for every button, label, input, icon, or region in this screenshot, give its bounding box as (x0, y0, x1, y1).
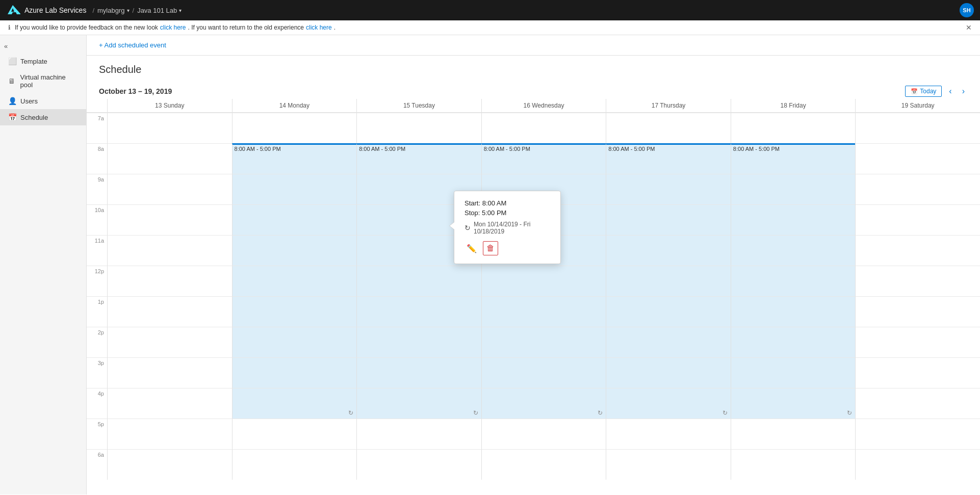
day-cell-row7-col4[interactable] (606, 327, 731, 357)
day-cell-row4-col1[interactable] (232, 235, 357, 266)
next-week-button[interactable]: › (959, 86, 968, 97)
day-cell-row5-col0[interactable] (107, 266, 232, 296)
feedback-link2[interactable]: click here (306, 24, 332, 31)
day-cell-row9-col3[interactable]: ↻ (481, 388, 606, 419)
day-cell-row4-col4[interactable] (606, 235, 731, 266)
day-cell-row1-col3[interactable]: 8:00 AM - 5:00 PM (481, 143, 606, 174)
popup-delete-button[interactable]: 🗑 (483, 241, 498, 255)
sidebar-collapse-button[interactable]: « (0, 39, 86, 53)
day-cell-row8-col2[interactable] (356, 357, 481, 388)
time-label-4p: 4p (87, 388, 107, 419)
prev-week-button[interactable]: ‹ (946, 86, 955, 97)
day-cell-row3-col0[interactable] (107, 204, 232, 235)
day-cell-row1-col2[interactable]: 8:00 AM - 5:00 PM (356, 143, 481, 174)
sidebar-item-schedule[interactable]: 📅 Schedule (0, 109, 86, 125)
day-cell-row6-col1[interactable] (232, 296, 357, 327)
day-cell-row8-col1[interactable] (232, 357, 357, 388)
popup-edit-button[interactable]: ✏️ (465, 241, 479, 255)
day-cell-row2-col4[interactable] (606, 174, 731, 204)
day-cell-row8-col6[interactable] (855, 357, 980, 388)
day-cell-row2-col0[interactable] (107, 174, 232, 204)
day-cell-row2-col6[interactable] (855, 174, 980, 204)
day-cell-row10-col3[interactable] (481, 419, 606, 449)
sidebar-item-template[interactable]: ⬜ Template (0, 53, 86, 69)
day-cell-row2-col1[interactable] (232, 174, 357, 204)
day-cell-row6-col0[interactable] (107, 296, 232, 327)
day-cell-row6-col2[interactable] (356, 296, 481, 327)
day-cell-row1-col0[interactable] (107, 143, 232, 174)
day-cell-row6-col5[interactable] (731, 296, 856, 327)
day-cell-row10-col6[interactable] (855, 419, 980, 449)
day-cell-row5-col4[interactable] (606, 266, 731, 296)
day-cell-row1-col1[interactable]: 8:00 AM - 5:00 PM (232, 143, 357, 174)
day-cell-row5-col2[interactable] (356, 266, 481, 296)
date-range: October 13 – 19, 2019 (99, 87, 172, 95)
day-cell-row10-col2[interactable] (356, 419, 481, 449)
day-cell-row4-col5[interactable] (731, 235, 856, 266)
day-cell-row0-col4[interactable] (606, 113, 731, 143)
today-button[interactable]: 📅 Today (905, 86, 942, 97)
popup-recurrence: ↻ Mon 10/14/2019 - Fri 10/18/2019 (465, 221, 550, 235)
day-cell-row11-col3[interactable] (481, 449, 606, 480)
day-cell-row7-col5[interactable] (731, 327, 856, 357)
day-cell-row6-col6[interactable] (855, 296, 980, 327)
day-cell-row5-col3[interactable] (481, 266, 606, 296)
day-cell-row9-col6[interactable] (855, 388, 980, 419)
sidebar-item-users[interactable]: 👤 Users (0, 93, 86, 109)
day-cell-row11-col2[interactable] (356, 449, 481, 480)
day-cell-row7-col1[interactable] (232, 327, 357, 357)
day-cell-row4-col0[interactable] (107, 235, 232, 266)
day-cell-row1-col6[interactable] (855, 143, 980, 174)
day-cell-row11-col1[interactable] (232, 449, 357, 480)
day-cell-row9-col4[interactable]: ↻ (606, 388, 731, 419)
day-cell-row5-col1[interactable] (232, 266, 357, 296)
day-cell-row0-col3[interactable] (481, 113, 606, 143)
day-cell-row7-col0[interactable] (107, 327, 232, 357)
day-cell-row0-col0[interactable] (107, 113, 232, 143)
breadcrumb-org[interactable]: mylabgrg ▾ (97, 7, 129, 14)
day-cell-row10-col5[interactable] (731, 419, 856, 449)
sidebar-item-vmpool[interactable]: 🖥 Virtual machine pool (0, 69, 86, 93)
breadcrumb-lab[interactable]: Java 101 Lab ▾ (137, 7, 182, 14)
day-cell-row11-col4[interactable] (606, 449, 731, 480)
day-cell-row8-col5[interactable] (731, 357, 856, 388)
day-cell-row4-col6[interactable] (855, 235, 980, 266)
day-cell-row0-col5[interactable] (731, 113, 856, 143)
day-cell-row10-col1[interactable] (232, 419, 357, 449)
day-cell-row0-col2[interactable] (356, 113, 481, 143)
day-cell-row3-col4[interactable] (606, 204, 731, 235)
day-cell-row1-col5[interactable]: 8:00 AM - 5:00 PM (731, 143, 856, 174)
day-cell-row9-col2[interactable]: ↻ (356, 388, 481, 419)
day-cell-row9-col1[interactable]: ↻ (232, 388, 357, 419)
day-cell-row3-col1[interactable] (232, 204, 357, 235)
day-cell-row8-col3[interactable] (481, 357, 606, 388)
day-cell-row9-col5[interactable]: ↻ (731, 388, 856, 419)
day-cell-row9-col0[interactable] (107, 388, 232, 419)
day-cell-row5-col5[interactable] (731, 266, 856, 296)
day-cell-row6-col4[interactable] (606, 296, 731, 327)
day-cell-row8-col0[interactable] (107, 357, 232, 388)
day-cell-row6-col3[interactable] (481, 296, 606, 327)
day-cell-row2-col5[interactable] (731, 174, 856, 204)
close-feedback-button[interactable]: ✕ (966, 23, 972, 32)
add-event-button[interactable]: + Add scheduled event (95, 39, 170, 51)
day-cell-row7-col3[interactable] (481, 327, 606, 357)
day-cell-row11-col0[interactable] (107, 449, 232, 480)
day-headers: 13 Sunday 14 Monday 15 Tuesday 16 Wednes… (87, 99, 980, 113)
day-cell-row11-col6[interactable] (855, 449, 980, 480)
day-cell-row7-col6[interactable] (855, 327, 980, 357)
day-cell-row11-col5[interactable] (731, 449, 856, 480)
day-cell-row1-col4[interactable]: 8:00 AM - 5:00 PM (606, 143, 731, 174)
day-cell-row0-col6[interactable] (855, 113, 980, 143)
day-cell-row8-col4[interactable] (606, 357, 731, 388)
day-cell-row0-col1[interactable] (232, 113, 357, 143)
day-cell-row10-col0[interactable] (107, 419, 232, 449)
day-cell-row10-col4[interactable] (606, 419, 731, 449)
feedback-link1[interactable]: click here (160, 24, 186, 31)
avatar[interactable]: SH (960, 3, 974, 17)
day-cell-row3-col5[interactable] (731, 204, 856, 235)
calendar-scroll[interactable]: 13 Sunday 14 Monday 15 Tuesday 16 Wednes… (87, 99, 980, 494)
day-cell-row7-col2[interactable] (356, 327, 481, 357)
day-cell-row5-col6[interactable] (855, 266, 980, 296)
day-cell-row3-col6[interactable] (855, 204, 980, 235)
